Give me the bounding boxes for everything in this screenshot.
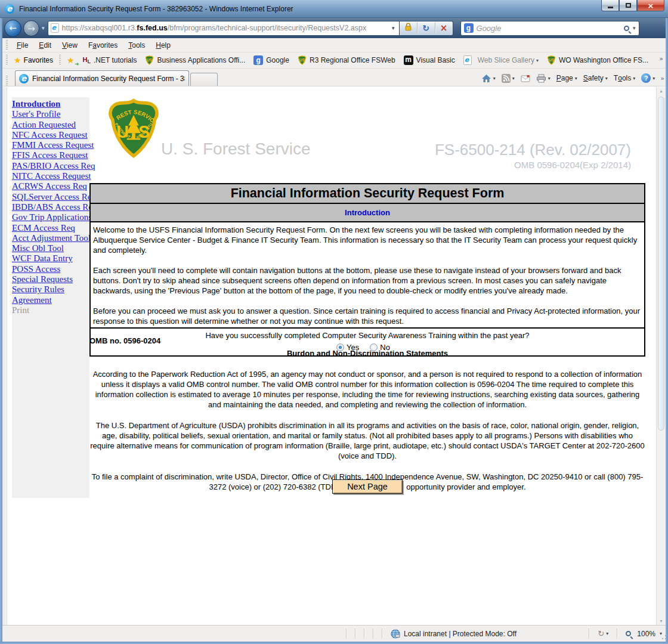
help-button[interactable]: ?▾ [638,72,658,85]
sidebar-item-gov-trip[interactable]: Gov Trip Applications [12,212,89,222]
chevron-down-icon[interactable]: ▾ [606,631,608,636]
vertical-scrollbar[interactable]: ▴ ▾ [656,87,666,625]
address-dropdown[interactable]: ▾ [390,25,397,31]
favlink-wo-washington[interactable]: US WO Washington Office FS... [547,55,648,65]
overflow-chevron-icon[interactable]: » [660,75,664,82]
svg-text:US: US [147,58,153,62]
smartscreen-icon[interactable]: ↻ [598,629,604,638]
menu-file[interactable]: File [11,39,33,51]
svg-text:US: US [299,58,305,62]
sidebar-item-special-requests[interactable]: Special Requests [12,274,89,284]
title-bar[interactable]: e Financial Information Security Request… [0,0,668,18]
address-bar[interactable]: e https://sxabqsql001.r3.fs.fed.us/bfm/p… [48,21,400,36]
sidebar-item-ibdb-abs-access[interactable]: IBDB/ABS Access Req [12,202,89,212]
page-content: ▴ ▾ Introduction User's Profile Action R… [0,87,668,625]
forward-button[interactable]: → [23,20,39,36]
next-page-button[interactable]: Next Page [332,479,403,494]
star-icon: ★ [14,55,21,65]
sidebar-item-fmmi-access[interactable]: FMMI Access Request [12,140,89,150]
drag-handle[interactable] [59,55,61,66]
back-button[interactable]: ← [4,20,21,37]
menu-favorites[interactable]: Favorites [83,39,123,51]
favlink-visual-basic[interactable]: m Visual Basic [404,55,455,65]
sidebar-item-poss-access[interactable]: POSS Access [12,264,89,274]
close-button[interactable]: × [637,0,664,11]
sidebar-item-wcf-data-entry[interactable]: WCF Data Entry [12,253,89,264]
url-text[interactable]: https://sxabqsql001.r3.fs.fed.us/bfm/pro… [62,24,390,32]
refresh-button[interactable]: ↻ [418,23,435,33]
scroll-down-arrow[interactable]: ▾ [657,618,666,624]
minimize-button[interactable] [601,0,619,11]
sidebar-item-security-rules[interactable]: Security Rules [12,284,89,295]
menu-edit[interactable]: Edit [33,39,57,51]
sidebar-item-nfc-access[interactable]: NFC Access Request [12,130,89,140]
sidebar-item-pas-brio-access[interactable]: PAS/BRIO Access Req [12,161,89,171]
favorites-bar: ★Favorites ★➜ HL .NET tutorials US Busin… [0,52,668,69]
sidebar-item-sqlserver-access[interactable]: SQLServer Access Req [12,192,89,202]
maximize-button[interactable] [619,0,637,11]
rss-feed-icon [502,74,511,83]
zone-text: Local intranet | Protected Mode: Off [404,630,517,638]
sidebar-item-acct-adjustment[interactable]: Acct Adjustment Tool [12,233,89,243]
page-menu[interactable]: Page▾ [553,72,580,84]
drag-handle[interactable] [6,76,8,86]
favlink-google[interactable]: g Google [253,55,289,65]
sidebar-item-ffis-access[interactable]: FFIS Access Request [12,150,89,160]
sidebar-item-ecm-access[interactable]: ECM Access Req [12,223,89,233]
add-favorite-button[interactable]: ★➜ [67,55,77,66]
read-mail-button[interactable] [518,73,533,84]
form-section-header: Introduction [91,204,644,222]
status-bar: Local intranet | Protected Mode: Off ↻ ▾… [0,625,668,642]
favlink-r3-regional[interactable]: US R3 Regional Office FSWeb [298,55,395,65]
window-title: Financial Information Security Request F… [19,5,293,13]
sidebar-item-nitc-access[interactable]: NITC Access Request [12,171,89,181]
favlink-web-slice-gallery[interactable]: e Web Slice Gallery ▾ [463,55,539,65]
scroll-up-arrow[interactable]: ▴ [657,88,666,94]
menu-view[interactable]: View [57,39,83,51]
menu-help[interactable]: Help [150,39,176,51]
recent-pages-dropdown[interactable]: ▾ [42,25,45,31]
new-tab-button[interactable] [190,73,218,86]
safety-menu[interactable]: Safety▾ [580,72,611,84]
drag-handle[interactable] [6,40,8,49]
intro-paragraph: Each screen you'll need to complete will… [93,265,642,296]
drag-handle[interactable] [6,55,8,66]
menu-tools[interactable]: Tools [123,39,150,51]
window-border [0,18,2,644]
burden-statements: Burdon and Non-Discrimination Statements… [89,348,645,492]
home-button[interactable]: ▾ [478,72,499,85]
sidebar-item-users-profile[interactable]: User's Profile [12,109,89,119]
scrollbar-thumb[interactable] [658,97,664,431]
menu-bar: File Edit View Favorites Tools Help [0,38,668,52]
zoom-control[interactable]: 100% ▾ [626,630,662,638]
omb-note: OMB no. 0596-0204 [89,336,160,345]
form-intro-text: Welcome to the USFS Financial Informatio… [91,222,644,327]
add-arrow-icon: ➜ [75,61,79,67]
sidebar-item-introduction[interactable]: Introduction [12,99,89,109]
stop-button[interactable]: × [435,23,453,33]
request-form: Financial Information Security Request F… [89,183,645,357]
sidebar-item-agreement[interactable]: Agreement [12,295,89,305]
sidebar-item-acrws-access[interactable]: ACRWS Access Req [12,181,89,191]
favorites-button[interactable]: ★Favorites [11,54,58,66]
zoom-level: 100% [637,630,655,638]
intro-paragraph: Welcome to the USFS Financial Informatio… [93,225,642,255]
search-box[interactable]: g ▾ [460,21,639,36]
sidebar-item-action-requested[interactable]: Action Requested [12,120,89,130]
print-button[interactable]: ▾ [533,72,553,85]
search-input[interactable] [474,24,624,33]
search-icon[interactable] [624,26,629,31]
sidebar-item-misc-obl[interactable]: Misc Obl Tool [12,243,89,253]
favlink-business-applications[interactable]: US Business Applications Offi... [145,55,245,65]
feeds-button[interactable]: ▾ [499,72,518,85]
favlink-net-tutorials[interactable]: HL .NET tutorials [82,56,137,64]
intro-paragraph: Before you can proceed we must ask you t… [93,306,642,326]
security-lock-icon[interactable] [400,23,417,33]
command-bar: ▾ ▾ ▾ Page▾ Safety▾ Tools▾ ?▾ » [478,70,664,86]
tab-active[interactable]: e Financial Information Security Request… [15,70,189,86]
search-dropdown[interactable]: ▾ [633,25,636,31]
form-title: Financial Information Security Request F… [91,184,644,204]
svg-text:US: US [549,58,555,62]
tools-menu[interactable]: Tools▾ [611,72,638,84]
overflow-chevron-icon[interactable]: » [659,55,663,63]
